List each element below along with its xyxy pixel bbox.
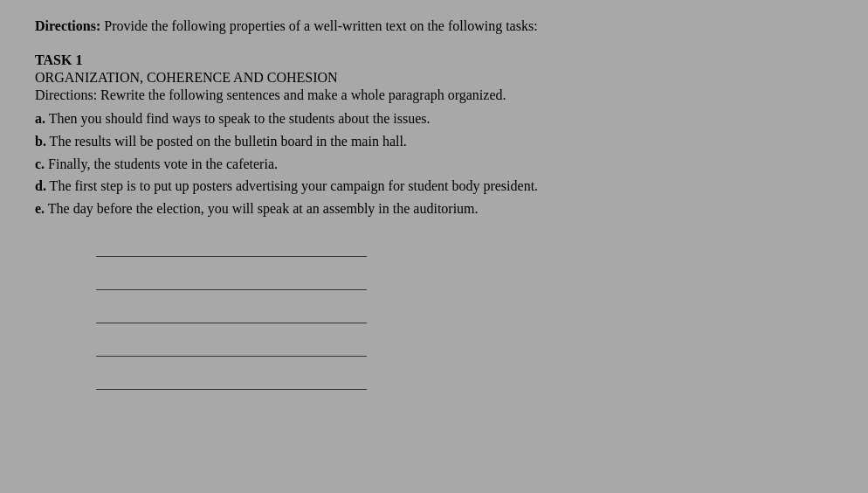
answer-line-3[interactable] — [96, 299, 367, 323]
answer-line-4[interactable] — [96, 332, 367, 357]
task1-subtitle: ORGANIZATION, COHERENCE AND COHESION — [35, 70, 833, 86]
item-e-text: The day before the election, you will sp… — [45, 201, 478, 216]
list-item: c. Finally, the students vote in the caf… — [35, 154, 833, 176]
list-item: b. The results will be posted on the bul… — [35, 131, 833, 153]
directions-text: Provide the following properties of a we… — [100, 18, 537, 33]
directions-label: Directions: — [35, 18, 100, 33]
item-d-letter: d. — [35, 178, 46, 193]
answer-lines-container — [35, 233, 833, 390]
item-a-text: Then you should find ways to speak to th… — [45, 111, 431, 126]
answer-line-1[interactable] — [96, 233, 367, 257]
task1-section: TASK 1 ORGANIZATION, COHERENCE AND COHES… — [35, 52, 833, 390]
task1-title: TASK 1 — [35, 52, 833, 68]
item-c-letter: c. — [35, 156, 45, 171]
directions-paragraph: Directions: Provide the following proper… — [35, 16, 833, 37]
item-a-letter: a. — [35, 111, 45, 126]
list-item: e. The day before the election, you will… — [35, 198, 833, 220]
list-item: a. Then you should find ways to speak to… — [35, 108, 833, 130]
item-c-text: Finally, the students vote in the cafete… — [45, 156, 278, 171]
page-container: Directions: Provide the following proper… — [0, 0, 868, 493]
answer-line-2[interactable] — [96, 266, 367, 290]
answer-line-5[interactable] — [96, 365, 367, 390]
item-e-letter: e. — [35, 201, 45, 216]
item-b-text: The results will be posted on the bullet… — [46, 134, 407, 149]
item-d-text: The first step is to put up posters adve… — [46, 178, 538, 193]
task1-items: a. Then you should find ways to speak to… — [35, 108, 833, 220]
list-item: d. The first step is to put up posters a… — [35, 176, 833, 198]
item-b-letter: b. — [35, 134, 46, 149]
task1-directions: Directions: Rewrite the following senten… — [35, 87, 833, 103]
